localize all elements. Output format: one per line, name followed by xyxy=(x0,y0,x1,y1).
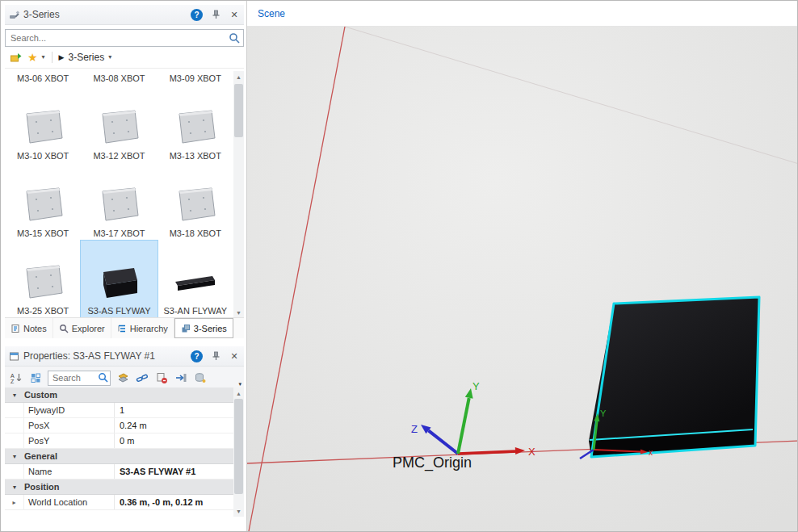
tab-notes[interactable]: Notes xyxy=(5,318,53,338)
tab-label: Notes xyxy=(23,324,47,333)
library-item[interactable]: M3-06 XBOT xyxy=(5,71,81,86)
library-item[interactable]: M3-08 XBOT xyxy=(81,71,157,86)
pin-icon[interactable] xyxy=(210,9,221,20)
row-gutter xyxy=(5,418,24,433)
notes-icon xyxy=(10,324,20,333)
library-item[interactable]: M3-09 XBOT xyxy=(158,71,233,86)
item-label: M3-25 XBOT xyxy=(17,306,69,316)
collapse-chevron-icon[interactable]: ▾ xyxy=(5,387,24,402)
item-label: M3-17 XBOT xyxy=(93,228,145,238)
property-row-world-location: ▸ World Location 0.36 m, -0 m, 0.12 m xyxy=(5,495,233,510)
property-key: FlywayID xyxy=(24,403,115,417)
scene-panel: Scene xyxy=(246,1,797,531)
collapse-chevron-icon[interactable]: ▾ xyxy=(5,449,24,463)
property-value[interactable]: S3-AS FLYWAY #1 xyxy=(115,464,233,479)
close-icon[interactable]: ✕ xyxy=(229,350,240,362)
pin-icon[interactable] xyxy=(210,350,221,362)
properties-toolbar: AZ xyxy=(5,367,244,389)
favorites-caret-icon[interactable]: ▾ xyxy=(42,54,45,61)
library-item[interactable]: M3-17 XBOT xyxy=(81,163,157,241)
library-titlebar[interactable]: 3-Series ? ✕ xyxy=(5,5,244,25)
breadcrumb-caret-icon[interactable]: ▾ xyxy=(108,54,111,61)
category-row-position[interactable]: ▾ Position xyxy=(5,480,233,495)
property-value[interactable]: 0.24 m xyxy=(115,418,233,433)
item-label: M3-15 XBOT xyxy=(17,228,69,238)
property-key: World Location xyxy=(24,495,115,509)
pmc-origin-label: PMC_Origin xyxy=(393,455,472,471)
library-item-selected[interactable]: S3-AS FLYWAY xyxy=(81,241,157,318)
toolbar-overflow-icon[interactable]: ▾ xyxy=(238,381,242,387)
help-icon[interactable]: ? xyxy=(191,350,203,362)
library-search-input[interactable] xyxy=(5,29,244,47)
search-icon[interactable] xyxy=(229,32,240,44)
breadcrumb-label[interactable]: 3-Series xyxy=(69,52,105,63)
tab-label: Explorer xyxy=(72,324,105,333)
breadcrumb-arrow-icon[interactable]: ▶ xyxy=(59,54,65,61)
library-item[interactable]: M3-12 XBOT xyxy=(81,86,157,163)
library-search xyxy=(5,29,244,47)
expander-icon[interactable]: ▸ xyxy=(5,495,24,509)
scrollbar-thumb[interactable] xyxy=(234,399,243,494)
scroll-down-icon[interactable]: ▼ xyxy=(233,505,244,517)
property-key: Name xyxy=(24,464,115,479)
favorites-star-icon[interactable]: ★ xyxy=(27,52,38,63)
row-gutter xyxy=(5,434,24,448)
layers-icon[interactable] xyxy=(116,371,130,384)
property-value[interactable]: 0 m xyxy=(115,434,233,448)
scroll-down-icon[interactable]: ▼ xyxy=(233,307,244,318)
library-item[interactable]: M3-13 XBOT xyxy=(158,86,233,163)
svg-text:Z: Z xyxy=(10,379,15,384)
property-key: PosX xyxy=(24,418,115,433)
import-icon[interactable] xyxy=(174,371,188,384)
database-icon[interactable] xyxy=(193,371,208,384)
library-item[interactable]: S3-AN FLYWAY xyxy=(158,241,233,318)
tab-explorer[interactable]: Explorer xyxy=(53,318,111,338)
item-label: M3-08 XBOT xyxy=(93,73,145,83)
add-package-icon[interactable] xyxy=(9,51,23,64)
scroll-up-icon[interactable]: ▲ xyxy=(233,387,244,399)
library-item[interactable]: M3-10 XBOT xyxy=(5,86,81,163)
application-window: 3-Series ? ✕ ★ xyxy=(0,0,798,532)
library-item[interactable]: M3-15 XBOT xyxy=(5,163,81,241)
link-icon[interactable] xyxy=(135,371,149,384)
tab-3-series[interactable]: 3-Series xyxy=(174,318,233,338)
scroll-up-icon[interactable]: ▲ xyxy=(233,71,244,82)
tab-scene[interactable]: Scene xyxy=(247,1,296,26)
library-scrollbar[interactable]: ▲ ▼ xyxy=(233,71,244,318)
properties-panel-title: Properties: S3-AS FLYWAY #1 xyxy=(23,350,187,362)
category-row-custom[interactable]: ▾ Custom xyxy=(5,387,233,403)
close-icon[interactable]: ✕ xyxy=(229,9,240,20)
tab-hierarchy[interactable]: Hierarchy xyxy=(111,318,174,338)
properties-titlebar[interactable]: Properties: S3-AS FLYWAY #1 ? ✕ xyxy=(5,346,244,367)
3d-viewport[interactable]: Y x X Y Z PMC_Origin xyxy=(247,27,798,531)
scrollbar-thumb[interactable] xyxy=(234,84,243,137)
property-value[interactable]: 1 xyxy=(115,403,233,417)
flyway-box[interactable] xyxy=(589,297,759,457)
library-panel: 3-Series ? ✕ ★ xyxy=(5,5,244,338)
row-gutter xyxy=(5,403,24,417)
category-label: Position xyxy=(24,480,59,494)
item-label: M3-12 XBOT xyxy=(93,151,145,161)
flyway-bar-thumbnail xyxy=(172,261,219,306)
library-item[interactable]: M3-25 XBOT xyxy=(5,241,81,318)
categorized-view-icon[interactable] xyxy=(28,371,43,384)
properties-panel: Properties: S3-AS FLYWAY #1 ? ✕ AZ xyxy=(5,346,244,530)
remove-reference-icon[interactable] xyxy=(154,371,169,384)
library-item[interactable]: M3-18 XBOT xyxy=(158,163,233,241)
property-value[interactable]: 0.36 m, -0 m, 0.12 m xyxy=(115,495,233,509)
collapse-chevron-icon[interactable]: ▾ xyxy=(5,480,24,494)
search-icon[interactable] xyxy=(98,372,108,383)
library-panel-icon xyxy=(9,10,19,20)
item-label: M3-06 XBOT xyxy=(17,73,69,83)
axis-y-label: Y xyxy=(472,380,480,392)
property-key: PosY xyxy=(24,434,115,448)
help-icon[interactable]: ? xyxy=(191,9,203,21)
tab-label: 3-Series xyxy=(194,324,227,333)
explorer-icon xyxy=(59,324,69,333)
category-row-general[interactable]: ▾ General xyxy=(5,449,233,464)
properties-scrollbar[interactable]: ▲ ▼ xyxy=(233,387,244,517)
library-grid: M3-06 XBOT M3-08 XBOT M3-09 XBOT M3-10 X… xyxy=(5,71,244,318)
category-label: Custom xyxy=(24,387,57,402)
item-label: S3-AS FLYWAY xyxy=(87,306,150,316)
sort-alphabetical-icon[interactable]: AZ xyxy=(9,371,23,384)
